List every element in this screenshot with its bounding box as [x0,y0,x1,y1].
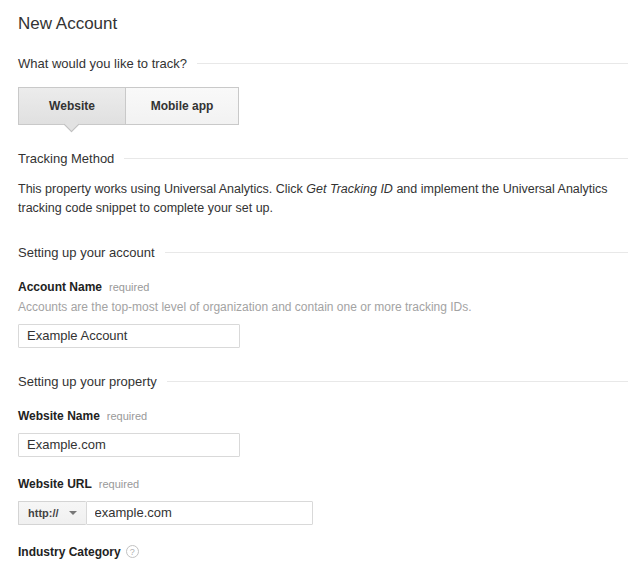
account-setup-section: Setting up your account Account Name req… [18,245,628,348]
description-text: This property works using Universal Anal… [18,182,306,196]
divider [167,381,628,382]
property-setup-section: Setting up your property Website Name re… [18,374,628,567]
track-question-label: What would you like to track? [18,56,187,71]
divider [124,158,628,159]
website-url-row: http:// [18,501,628,525]
get-tracking-id-text: Get Tracking ID [306,182,393,196]
account-name-helper: Accounts are the top-most level of organ… [18,300,628,314]
url-protocol-dropdown[interactable]: http:// [18,501,86,525]
industry-category-label: Industry Category ? [18,545,628,559]
account-name-label: Account Name required [18,280,628,294]
industry-category-text: Industry Category [18,545,121,559]
website-url-input[interactable] [86,501,313,525]
required-tag: required [109,281,149,293]
required-tag: required [99,478,139,490]
website-name-input[interactable] [18,433,240,457]
divider [165,252,628,253]
tracking-method-description: This property works using Universal Anal… [18,180,628,219]
tab-mobile-app-label: Mobile app [151,99,214,113]
website-name-text: Website Name [18,409,100,423]
tracking-method-header: Tracking Method [18,151,628,166]
track-question-header: What would you like to track? [18,56,628,71]
tracking-method-label: Tracking Method [18,151,114,166]
website-url-text: Website URL [18,477,92,491]
account-setup-header: Setting up your account [18,245,628,260]
tracking-method-section: Tracking Method This property works usin… [18,151,628,219]
property-setup-header: Setting up your property [18,374,628,389]
website-url-label: Website URL required [18,477,628,491]
divider [197,63,628,64]
property-setup-label: Setting up your property [18,374,157,389]
required-tag: required [107,410,147,422]
website-name-label: Website Name required [18,409,628,423]
account-name-input[interactable] [18,324,240,348]
account-name-text: Account Name [18,280,102,294]
account-setup-label: Setting up your account [18,245,155,260]
tracker-type-tabs: Website Mobile app [18,87,628,133]
help-icon[interactable]: ? [126,545,139,558]
chevron-down-icon [69,511,77,515]
tab-website-label: Website [49,99,95,113]
tab-mobile-app[interactable]: Mobile app [125,87,239,125]
new-account-page: New Account What would you like to track… [0,0,640,567]
url-protocol-value: http:// [28,507,59,519]
page-title: New Account [18,14,628,34]
